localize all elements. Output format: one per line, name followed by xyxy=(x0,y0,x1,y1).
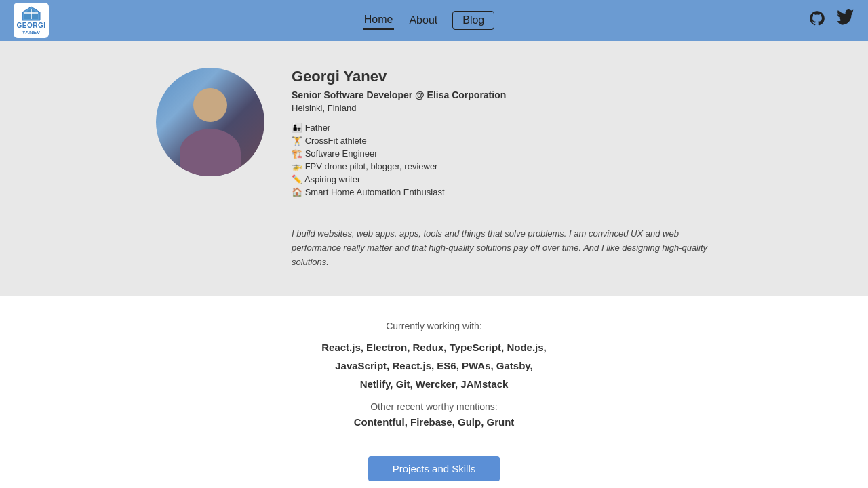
trait-smarthome-text: Smart Home Automation Enthusiast xyxy=(305,187,445,197)
bio-section: I build websites, web apps, apps, tools … xyxy=(0,227,868,296)
working-line3: Netlify, Git, Wercker, JAMstack xyxy=(14,375,854,393)
hero-title: Senior Software Developer @ Elisa Corpor… xyxy=(292,89,506,100)
working-mentions: Contentful, Firebase, Gulp, Grunt xyxy=(14,416,854,428)
trait-crossfit: 🏋️ CrossFit athlete xyxy=(292,136,506,146)
hero-location: Helsinki, Finland xyxy=(292,103,506,113)
social-icons xyxy=(808,9,854,31)
working-tech: React.js, Electron, Redux, TypeScript, N… xyxy=(14,338,854,393)
trait-drone-text: FPV drone pilot, blogger, reviewer xyxy=(305,161,438,171)
nav-links: Home About Blog xyxy=(363,11,495,30)
trait-smarthome: 🏠 Smart Home Automation Enthusiast xyxy=(292,187,506,197)
hero-name: Georgi Yanev xyxy=(292,68,506,85)
nav-about[interactable]: About xyxy=(408,12,439,29)
trait-crossfit-text: CrossFit athlete xyxy=(305,136,367,146)
hero-inner: Georgi Yanev Senior Software Developer @… xyxy=(156,68,712,200)
working-label: Currently working with: xyxy=(14,321,854,331)
projects-skills-button[interactable]: Projects and Skills xyxy=(368,456,500,481)
logo: GEORGI YANEV xyxy=(14,3,49,38)
trait-engineer: 🏗️ Software Engineer xyxy=(292,148,506,159)
github-icon xyxy=(808,9,826,27)
trait-father: 👨‍👧 Father xyxy=(292,123,506,133)
hero-info: Georgi Yanev Senior Software Developer @… xyxy=(292,68,506,200)
working-section: Currently working with: React.js, Electr… xyxy=(0,296,868,488)
avatar xyxy=(156,68,264,176)
working-line2: JavaScript, React.js, ES6, PWAs, Gatsby, xyxy=(14,357,854,375)
navbar: GEORGI YANEV Home About Blog xyxy=(0,0,868,41)
nav-blog[interactable]: Blog xyxy=(452,11,494,30)
trait-father-text: Father xyxy=(305,123,331,133)
trait-engineer-text: Software Engineer xyxy=(305,148,378,159)
github-link[interactable] xyxy=(808,9,826,31)
trait-drone: 🚁 FPV drone pilot, blogger, reviewer xyxy=(292,161,506,171)
hero-section: Georgi Yanev Senior Software Developer @… xyxy=(0,41,868,227)
mentions-label: Other recent worthy mentions: xyxy=(14,401,854,412)
trait-writer: ✏️ Aspiring writer xyxy=(292,174,506,184)
working-line1: React.js, Electron, Redux, TypeScript, N… xyxy=(14,338,854,357)
logo-icon xyxy=(21,5,41,22)
logo-sub-text: YANEV xyxy=(22,29,41,35)
twitter-link[interactable] xyxy=(837,9,854,31)
bio-text: I build websites, web apps, apps, tools … xyxy=(156,227,712,269)
twitter-icon xyxy=(837,9,854,27)
nav-home[interactable]: Home xyxy=(363,11,395,30)
logo-main-text: GEORGI xyxy=(16,22,45,29)
logo-box: GEORGI YANEV xyxy=(14,3,49,38)
hero-traits: 👨‍👧 Father 🏋️ CrossFit athlete 🏗️ Softwa… xyxy=(292,123,506,197)
avatar-wrap xyxy=(156,68,264,176)
trait-writer-text: Aspiring writer xyxy=(304,174,360,184)
